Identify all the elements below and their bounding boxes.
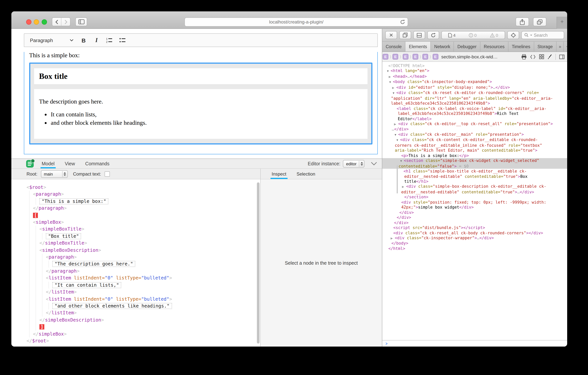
minimize-window-button[interactable] xyxy=(34,19,39,25)
dom-tree-line[interactable]: ▶<head>…</head> xyxy=(382,74,567,79)
model-node-close-listItem[interactable]: </listItem> xyxy=(46,288,260,296)
model-node-listItem[interactable]: <listItem listIndent="0" listType="bulle… xyxy=(46,296,260,303)
sidebar-toggle-button[interactable] xyxy=(75,17,87,26)
issues-summary[interactable]: 4 0 xyxy=(441,31,505,39)
detach-devtools-button[interactable] xyxy=(399,31,411,39)
more-tabs-button[interactable]: » xyxy=(556,42,564,52)
dom-tree-line[interactable]: </div> xyxy=(382,220,567,225)
reload-page-button[interactable] xyxy=(427,31,439,39)
inspect-tab-selection[interactable]: Selection xyxy=(296,169,315,179)
new-tab-button[interactable]: + xyxy=(556,17,567,29)
intro-paragraph[interactable]: This is a simple box: xyxy=(29,52,372,59)
dom-tree-line[interactable]: ▼<div class="ck ck-editor__main" role="p… xyxy=(382,132,567,137)
dom-tree-line[interactable]: contenteditable="false"> = $0 xyxy=(382,164,567,169)
devtools-tab-network[interactable]: Network xyxy=(431,42,454,52)
dom-tree-line[interactable]: <script src="dist/bundle.js"></script> xyxy=(382,225,567,230)
collapse-inspector-button[interactable] xyxy=(371,162,377,165)
dom-tree-line[interactable]: </body> xyxy=(382,241,567,246)
dom-tree-line[interactable]: "application" dir="ltr" lang="en" aria-l… xyxy=(382,96,567,101)
description-list[interactable]: It can contain lists,and other block ele… xyxy=(39,111,363,126)
model-node-listItem[interactable]: <listItem listIndent="0" listType="bulle… xyxy=(46,275,260,282)
dom-tree-line[interactable]: label_e63cbbfece34c53ce23501062343f49b8"… xyxy=(382,101,567,106)
dom-tree-line[interactable]: </div> xyxy=(382,210,567,215)
dom-tree-line[interactable]: ▶<div class="ck-inspector-wrapper">…</di… xyxy=(382,235,567,241)
description-list-item[interactable]: It can contain lists, xyxy=(51,111,363,118)
simple-box-title[interactable]: Box title xyxy=(34,68,368,84)
add-tab-button[interactable]: + xyxy=(564,42,567,52)
model-node-close-paragraph[interactable]: </paragraph> xyxy=(46,268,260,275)
model-text-node[interactable]: "and other block elements like headings.… xyxy=(52,303,260,309)
details-sidebar-icon[interactable] xyxy=(559,55,565,59)
dom-tree-line[interactable]: ▶<div class="simple-box-description ck-e… xyxy=(382,184,567,190)
dom-tree-line[interactable]: <div style="position: fixed; top: 0px; l… xyxy=(382,200,567,205)
dom-tree-line[interactable]: <label class="ck ck-label ck-voice-label… xyxy=(382,106,567,111)
model-node-simpleBoxTitle[interactable]: <simpleBoxTitle> xyxy=(39,226,260,233)
model-node-close-simpleBoxTitle[interactable]: </simpleBoxTitle> xyxy=(39,240,260,247)
devtools-tab-console[interactable]: Console xyxy=(382,42,405,52)
dom-tree-line[interactable]: 42px;">simple box widget</div> xyxy=(382,205,567,210)
dom-tree-line[interactable]: <h1 class="simple-box-title ck-editor__e… xyxy=(382,169,567,174)
dom-tree-line[interactable]: </section> xyxy=(382,195,567,200)
element-picker-button[interactable] xyxy=(507,31,519,39)
numbered-list-button[interactable]: 1 2 xyxy=(103,35,116,45)
close-window-button[interactable] xyxy=(26,19,32,25)
dom-tree-line[interactable]: ▼<section class="simple-box ck-widget ck… xyxy=(382,158,567,164)
model-text-node[interactable]: "This is a simple box:" xyxy=(39,198,260,205)
dom-tree-line[interactable]: aria-label="Rich Text Editor, main" cont… xyxy=(382,148,567,153)
close-devtools-button[interactable] xyxy=(385,31,397,39)
editor-instance-select[interactable]: editor xyxy=(343,160,365,167)
model-node-$root[interactable]: <$root> xyxy=(27,184,260,191)
model-text-node[interactable]: "The description goes here." xyxy=(52,261,260,268)
model-node-close-simpleBoxDescription[interactable]: </simpleBoxDescription> xyxy=(39,316,260,323)
inspect-tab-inspect[interactable]: Inspect xyxy=(272,169,286,179)
styles-brush-icon[interactable] xyxy=(547,54,552,59)
dom-tree-line[interactable]: ▼<div class="ck ck-reset ck-editor ck-ro… xyxy=(382,90,567,96)
model-node-close-simpleBox[interactable]: </simpleBox> xyxy=(33,331,260,337)
dom-tree-line[interactable]: <p>This is a simple box:</p> xyxy=(382,153,567,158)
model-node-close-$root[interactable]: </$root> xyxy=(27,337,260,344)
dom-tree-line[interactable]: <!DOCTYPE html> xyxy=(382,63,567,68)
breadcrumb-element-badge[interactable]: E xyxy=(432,54,438,60)
dom-tree-line[interactable]: title</h1> xyxy=(382,179,567,184)
devtools-tab-timelines[interactable]: Timelines xyxy=(508,42,534,52)
dom-tree-line[interactable]: ▼<div class="ck ck-content ck-editor__ed… xyxy=(382,137,567,143)
inspector-tab-commands[interactable]: Commands xyxy=(85,159,109,168)
dom-tree-line[interactable]: Editor</label> xyxy=(382,116,567,121)
model-node-paragraph[interactable]: <paragraph> xyxy=(33,191,260,198)
breadcrumb-element-badge[interactable]: E xyxy=(403,54,408,60)
ckeditor-editable[interactable]: This is a simple box: Box title The desc… xyxy=(24,52,378,154)
model-tree-scrollbar[interactable] xyxy=(257,182,260,343)
breadcrumb-element-badge[interactable]: E xyxy=(423,54,428,60)
quick-console[interactable]: > xyxy=(382,340,567,347)
model-node-simpleBoxDescription[interactable]: <simpleBoxDescription> xyxy=(39,247,260,254)
show-all-tabs-button[interactable] xyxy=(533,17,546,26)
bulleted-list-button[interactable] xyxy=(116,35,129,45)
root-select[interactable]: main xyxy=(41,170,68,178)
dom-tree-line[interactable]: </html> xyxy=(382,246,567,251)
grid-layout-icon[interactable] xyxy=(539,54,544,59)
zoom-window-button[interactable] xyxy=(42,19,47,25)
simple-box-widget[interactable]: Box title The description goes here. It … xyxy=(29,63,372,144)
forward-button[interactable] xyxy=(61,18,70,26)
back-button[interactable] xyxy=(52,18,61,26)
breadcrumb-current[interactable]: section.simple-box.ck-wid… xyxy=(441,54,497,59)
description-paragraph[interactable]: The description goes here. xyxy=(39,98,363,105)
dom-tree-line[interactable]: ▼<html lang="en"> xyxy=(382,68,567,74)
share-button[interactable] xyxy=(516,17,529,26)
dom-tree-line[interactable]: corners ck-editor__editable_inline ck-fo… xyxy=(382,143,567,148)
devtools-tab-resources[interactable]: Resources xyxy=(480,42,508,52)
inspector-tab-view[interactable]: View xyxy=(65,159,75,168)
dom-tree-line[interactable]: <div class="ck ck-reset_all ck-body ck-r… xyxy=(382,230,567,235)
dom-tree-line[interactable]: ▶<div id="editor" style="display: none;"… xyxy=(382,85,567,90)
breadcrumb-element-badge[interactable]: E xyxy=(393,54,398,60)
simple-box-description[interactable]: The description goes here. It can contai… xyxy=(34,89,368,139)
address-bar[interactable]: localhost/creating-a-plugin/ xyxy=(185,17,408,27)
breadcrumb-element-badge[interactable]: E xyxy=(383,54,388,60)
dom-tree-line[interactable]: label_e63cbbfece34c53ce23501062343f49b8"… xyxy=(382,111,567,116)
print-icon[interactable] xyxy=(521,54,527,59)
inspector-tab-model[interactable]: Model xyxy=(42,159,54,168)
heading-dropdown[interactable]: Paragraph xyxy=(24,37,77,43)
compact-text-checkbox[interactable] xyxy=(104,171,110,176)
dom-tree-line[interactable]: editor__nested-editable" contenteditable… xyxy=(382,174,567,179)
devtools-tab-storage[interactable]: Storage xyxy=(534,42,556,52)
